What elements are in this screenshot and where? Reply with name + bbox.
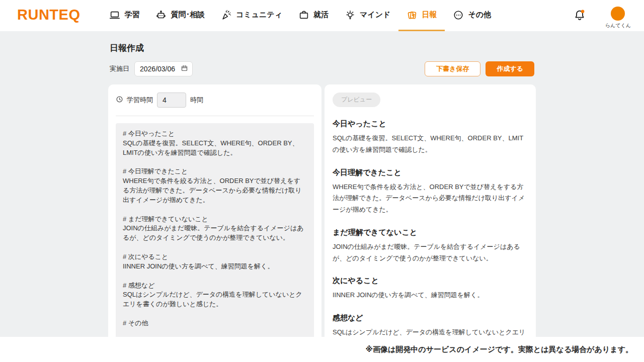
preview-section: 今日やったこと SQLの基礎を復習。SELECT文、WHERE句、ORDER B… [333, 119, 528, 156]
preview-heading: まだ理解できてないこと [333, 228, 528, 237]
lightbulb-icon [345, 10, 356, 21]
preview-heading: 次にやること [333, 276, 528, 286]
user-name: らんてくん [605, 22, 631, 29]
nav-label: マインド [360, 10, 390, 20]
preview-body: SQLの基礎を復習。SELECT文、WHERE句、ORDER BY、LMITの使… [333, 133, 528, 156]
nav-label: 就活 [313, 10, 329, 20]
nav-item-community[interactable]: コミュニティ [213, 0, 290, 31]
study-time-label: 学習時間 [127, 96, 153, 105]
report-icon [407, 10, 418, 21]
save-draft-button[interactable]: 下書き保存 [425, 61, 480, 76]
date-input[interactable]: 2026/03/06 [134, 61, 193, 76]
nav-label: その他 [468, 10, 491, 20]
nav-item-mind[interactable]: マインド [337, 0, 398, 31]
top-navigation-bar: RUNTEQ 学習 質問･相談 [0, 0, 644, 31]
briefcase-icon [298, 10, 309, 21]
date-label: 実施日 [110, 64, 129, 73]
preview-section: 今日理解できたこと WHERE句で条件を絞る方法と、ORDER BYで並び替えを… [333, 168, 528, 216]
study-time-unit: 時間 [190, 96, 203, 105]
party-popper-icon [221, 10, 232, 21]
report-header-row: 実施日 2026/03/06 下書き保存 作成する [110, 61, 534, 76]
disclaimer-text: ※画像は開発中のサービスのイメージです。実際とは異なる場合があります。 [365, 345, 633, 354]
preview-body: WHERE句で条件を絞る方法と、ORDER BYで並び替えをする方法が理解できた… [333, 182, 528, 216]
report-editor-panel: 学習時間 時間 # 今日やったこと SQLの基礎を復習。SELECT文、WHER… [108, 84, 321, 337]
avatar [611, 7, 625, 21]
preview-section: まだ理解できてないこと JOINの仕組みがまだ曖昧。テーブルを結合するイメージは… [333, 228, 528, 264]
page-title: 日報作成 [101, 31, 543, 54]
notification-bell-icon[interactable] [573, 9, 586, 24]
footer: ※画像は開発中のサービスのイメージです。実際とは異なる場合があります。 [0, 337, 644, 362]
nav-label: 日報 [422, 10, 437, 20]
more-icon [453, 10, 464, 21]
preview-section: 次にやること IINNER JOINの使い方を調べて、練習問題を解く。 [333, 276, 528, 301]
editor-divider [116, 116, 314, 116]
preview-section: 感想など SQLはシンプルだけど、データの構造を理解していないとクエリを書くのが… [333, 313, 528, 337]
preview-heading: 今日理解できたこと [333, 168, 528, 177]
report-body-textarea[interactable]: # 今日やったこと SQLの基礎を復習。SELECT文、WHERE句、ORDER… [116, 123, 314, 337]
create-report-button[interactable]: 作成する [486, 61, 534, 76]
nav-item-others[interactable]: その他 [445, 0, 499, 31]
study-time-input[interactable] [157, 93, 186, 108]
nav-item-daily-report[interactable]: 日報 [398, 0, 445, 31]
preview-heading: 感想など [333, 313, 528, 323]
preview-badge: プレビュー [333, 93, 380, 107]
preview-body: SQLはシンプルだけど、データの構造を理解していないとクエリを書くのが難しいと感… [333, 327, 528, 337]
user-menu[interactable]: らんてくん [605, 7, 631, 29]
main-nav: 学習 質問･相談 コミュニティ [101, 0, 499, 31]
preview-heading: 今日やったこと [333, 119, 528, 129]
nav-item-learning[interactable]: 学習 [101, 0, 147, 31]
calendar-icon [181, 64, 188, 73]
date-value: 2026/03/06 [140, 65, 175, 73]
robot-icon [155, 10, 167, 21]
nav-label: 質問･相談 [171, 10, 205, 20]
notification-badge-dot [581, 10, 585, 13]
nav-label: コミュニティ [236, 10, 282, 20]
study-time-row: 学習時間 時間 [116, 93, 314, 108]
nav-label: 学習 [124, 10, 139, 20]
preview-body: JOINの仕組みがまだ曖昧。テーブルを結合するイメージはあるが、どのタイミングで… [333, 241, 528, 264]
preview-body: IINNER JOINの使い方を調べて、練習問題を解く。 [333, 290, 528, 301]
nav-item-job-hunting[interactable]: 就活 [290, 0, 337, 31]
nav-item-questions[interactable]: 質問･相談 [147, 0, 213, 31]
runteq-logo[interactable]: RUNTEQ [17, 8, 80, 24]
header-right-cluster: らんてくん [573, 3, 631, 29]
main-content: 日報作成 実施日 2026/03/06 下書き保存 作成する [0, 31, 644, 337]
laptop-icon [109, 10, 120, 21]
clock-icon [116, 96, 123, 105]
report-preview-panel: プレビュー 今日やったこと SQLの基礎を復習。SELECT文、WHERE句、O… [325, 84, 536, 337]
